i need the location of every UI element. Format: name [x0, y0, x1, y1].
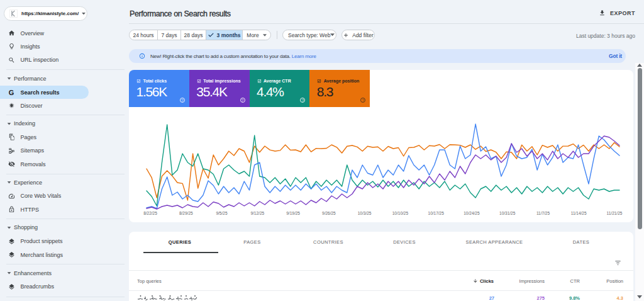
svg-text:10/24/25: 10/24/25 — [464, 211, 480, 215]
svg-text:9/26/25: 9/26/25 — [322, 211, 336, 215]
svg-text:9/5/25: 9/5/25 — [216, 211, 227, 215]
svg-text:10/10/25: 10/10/25 — [392, 211, 409, 215]
svg-text:8/29/25: 8/29/25 — [179, 211, 193, 215]
svg-text:11/21/25: 11/21/25 — [607, 211, 623, 215]
svg-text:9/12/25: 9/12/25 — [250, 211, 264, 215]
svg-text:11/14/25: 11/14/25 — [571, 211, 587, 215]
svg-text:8/22/25: 8/22/25 — [143, 211, 157, 215]
svg-text:11/7/25: 11/7/25 — [536, 211, 550, 215]
svg-text:10/3/25: 10/3/25 — [358, 211, 372, 215]
svg-text:10/17/25: 10/17/25 — [428, 211, 445, 215]
svg-text:9/19/25: 9/19/25 — [286, 211, 300, 215]
svg-text:10/31/25: 10/31/25 — [499, 211, 516, 215]
